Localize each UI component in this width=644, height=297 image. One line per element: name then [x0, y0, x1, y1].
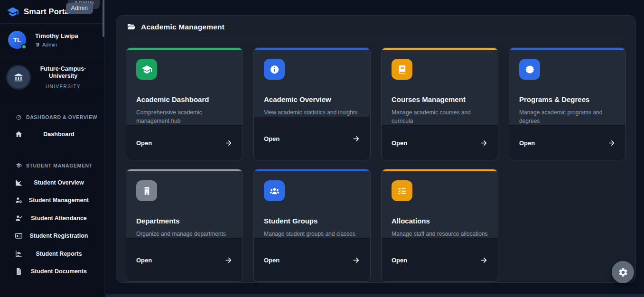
card-description: Organize and manage departments: [136, 230, 233, 238]
user-gear-icon: [15, 196, 23, 204]
nav-section-student-management: STUDENT MANAGEMENT Student Overview Stud…: [0, 162, 104, 280]
sidebar-item-student-overview[interactable]: Student Overview: [0, 174, 104, 192]
organization-info: Future-Campus-University UNIVERSITY: [29, 65, 97, 89]
card-student-groups[interactable]: Student Groups Manage student groups and…: [253, 169, 371, 282]
shield-icon: [35, 42, 40, 47]
open-label: Open: [392, 139, 407, 147]
card-allocations[interactable]: Allocations Manage staff and resource al…: [381, 169, 498, 282]
card-programs-degrees[interactable]: Programs & Degrees Manage academic progr…: [509, 47, 626, 160]
user-name: Timothy Lwipa: [35, 32, 78, 39]
card-academic-dashboard[interactable]: Academic Dashboard Comprehensive academi…: [126, 47, 243, 160]
card-description: Manage academic programs and degrees: [519, 108, 616, 125]
sidebar-item-student-attendance[interactable]: Student Attendance: [0, 209, 104, 227]
card-courses-management[interactable]: Courses Management Manage academic cours…: [381, 47, 498, 160]
info-circle-icon: [264, 59, 285, 80]
open-label: Open: [519, 139, 535, 147]
arrow-right-icon: [224, 139, 233, 147]
sidebar-scrollbar-thumb[interactable]: [103, 0, 104, 37]
card-title: Student Groups: [264, 217, 360, 225]
arrow-right-icon: [480, 256, 488, 264]
cards-grid: Academic Dashboard Comprehensive academi…: [116, 38, 635, 283]
avatar-initials: TL: [13, 37, 21, 44]
card-body: Departments Organize and manage departme…: [126, 171, 243, 238]
nav-section-dashboard: DASHBOARD & OVERVIEW Dashboard: [0, 114, 104, 144]
horizontal-scrollbar-thumb[interactable]: [105, 294, 644, 297]
sidebar-item-label: Student Management: [13, 197, 104, 204]
sidebar-item-student-registration[interactable]: Student Registration: [0, 227, 104, 245]
section-header: DASHBOARD & OVERVIEW: [0, 114, 104, 121]
gear-icon: [618, 267, 628, 278]
open-button[interactable]: Open: [254, 238, 370, 281]
open-label: Open: [136, 139, 152, 147]
card-body: Student Groups Manage student groups and…: [254, 171, 370, 238]
user-role-label: Admin: [42, 42, 57, 47]
list-check-icon: [392, 180, 412, 201]
card-title: Courses Management: [392, 95, 488, 103]
open-button[interactable]: Open: [382, 238, 498, 281]
sidebar-item-label: Student Attendance: [13, 215, 104, 222]
organization-row[interactable]: Future-Campus-University UNIVERSITY: [0, 57, 104, 98]
sidebar-item-label: Student Overview: [13, 179, 104, 186]
card-departments[interactable]: Departments Organize and manage departme…: [126, 169, 243, 282]
admin-badge: Admin: [66, 3, 93, 14]
panel-header: Academic Management: [116, 16, 635, 38]
arrow-right-icon: [224, 256, 233, 264]
building-icon: [136, 180, 157, 201]
open-button[interactable]: Open: [254, 117, 370, 160]
open-label: Open: [264, 257, 280, 264]
open-label: Open: [136, 257, 152, 264]
sidebar-item-student-management[interactable]: Student Management: [0, 192, 104, 210]
card-body: Academic Overview View academic statisti…: [254, 50, 370, 117]
card-description: Manage academic courses and curricula: [392, 108, 488, 125]
chart-line-icon: [15, 178, 23, 186]
folder-open-icon: [127, 22, 136, 31]
card-description: Manage staff and resource allocations: [392, 230, 488, 238]
card-description: Manage student groups and classes: [264, 230, 360, 238]
settings-fab-button[interactable]: [612, 261, 634, 283]
certificate-icon: [519, 59, 540, 80]
brand-row: Smart Portal ADMIN Admin: [0, 0, 104, 24]
open-button[interactable]: Open: [126, 125, 243, 160]
arrow-right-icon: [480, 139, 488, 147]
user-profile: TL Timothy Lwipa Admin: [0, 24, 104, 57]
id-card-icon: [15, 232, 23, 240]
arrow-right-icon: [352, 135, 360, 143]
users-icon: [264, 180, 285, 201]
graduation-cap-icon: [136, 59, 157, 80]
open-button[interactable]: Open: [126, 238, 243, 281]
gauge-icon: [16, 114, 22, 121]
card-body: Allocations Manage staff and resource al…: [382, 171, 498, 238]
sidebar-item-label: Student Documents: [13, 268, 104, 275]
section-label: STUDENT MANAGEMENT: [26, 163, 93, 168]
horizontal-scrollbar-track[interactable]: [0, 294, 644, 297]
brand-title: Smart Portal: [24, 7, 72, 16]
home-icon: [15, 130, 23, 139]
card-body: Academic Dashboard Comprehensive academi…: [126, 50, 243, 125]
book-icon: [392, 59, 412, 80]
sidebar-item-label: Student Reports: [13, 251, 104, 257]
sidebar-item-student-reports[interactable]: Student Reports: [0, 245, 104, 263]
arrow-right-icon: [607, 139, 616, 147]
user-check-icon: [15, 214, 23, 222]
avatar[interactable]: TL: [8, 31, 26, 49]
sidebar-nav: DASHBOARD & OVERVIEW Dashboard STUDENT M…: [0, 98, 104, 281]
card-title: Departments: [136, 217, 233, 225]
open-button[interactable]: Open: [509, 125, 625, 160]
card-academic-overview[interactable]: Academic Overview View academic statisti…: [253, 47, 371, 160]
user-info: Timothy Lwipa Admin: [35, 32, 78, 47]
file-icon: [15, 268, 23, 276]
open-button[interactable]: Open: [382, 125, 498, 160]
card-body: Programs & Degrees Manage academic progr…: [509, 50, 625, 125]
graduation-cap-icon: [7, 6, 19, 18]
card-title: Allocations: [392, 217, 488, 225]
card-body: Courses Management Manage academic cours…: [382, 50, 498, 125]
card-title: Academic Dashboard: [136, 95, 233, 103]
open-label: Open: [264, 135, 280, 142]
university-icon: [8, 66, 29, 88]
card-title: Academic Overview: [264, 95, 360, 103]
section-label: DASHBOARD & OVERVIEW: [26, 114, 97, 120]
user-role: Admin: [35, 42, 78, 47]
sidebar-item-dashboard[interactable]: Dashboard: [0, 126, 104, 144]
sidebar-item-student-documents[interactable]: Student Documents: [0, 263, 104, 281]
arrow-right-icon: [352, 256, 360, 264]
